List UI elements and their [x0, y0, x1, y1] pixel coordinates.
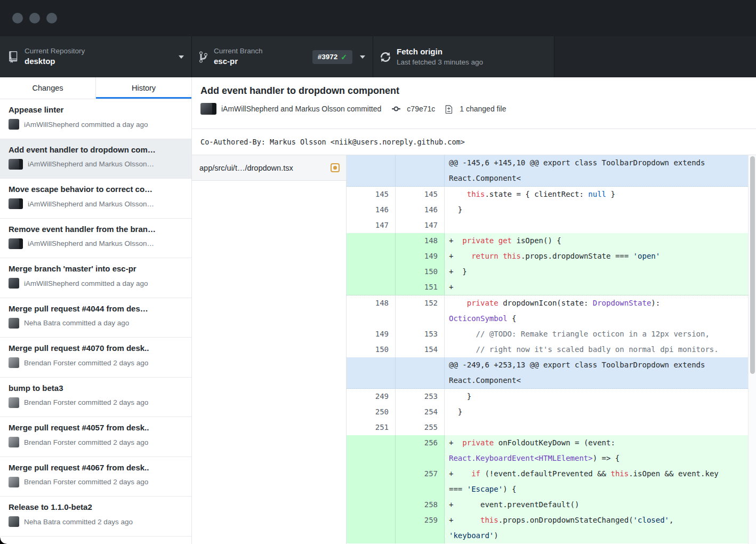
diff-line-number-new: 151 [396, 279, 445, 295]
diff-line-number-old [347, 513, 396, 543]
tab-label: History [132, 84, 156, 92]
commit-item-title: Remove event handler from the bran… [9, 225, 184, 234]
diff-line-number-old [347, 249, 396, 264]
diff-file-icon [445, 104, 454, 114]
diff-code-line: + private onFoldoutKeyDown = (event: Rea… [445, 435, 748, 466]
sync-icon [381, 51, 390, 63]
repo-icon [7, 51, 18, 63]
diff-line-number-new: 153 [396, 326, 445, 342]
commit-list-item[interactable]: Merge pull request #4044 from des…Neha B… [0, 298, 191, 338]
commit-item-title: Merge pull request #4044 from des… [9, 304, 184, 313]
diff-line-number-old: 147 [347, 218, 396, 233]
diff-line-number-old [347, 264, 396, 279]
check-icon: ✓ [341, 53, 347, 61]
commit-list-item[interactable]: Merge pull request #4053 from desk.. [0, 537, 191, 544]
diff-row: 250254 } [347, 404, 748, 420]
changed-files-count: 1 changed file [460, 105, 506, 113]
diff-line-number-new: 147 [396, 218, 445, 233]
commit-list-item[interactable]: Merge pull request #4067 from desk..Bren… [0, 457, 191, 497]
fetch-origin-button[interactable]: Fetch origin Last fetched 3 minutes ago [373, 36, 554, 77]
hunk-gutter-new [396, 357, 445, 388]
diff-code-line: + if (!event.defaultPrevented && this.is… [445, 466, 748, 497]
window-zoom-button[interactable] [46, 13, 57, 23]
hunk-gutter-new [396, 155, 445, 186]
pr-number: #3972 [318, 53, 338, 61]
diff-code-line: + private get isOpen() { [445, 233, 748, 249]
diff-line-number-new: 254 [396, 404, 445, 420]
commit-item-meta-text: Neha Batra committed a day ago [24, 319, 129, 327]
traffic-lights [12, 13, 57, 23]
hunk-gutter-old [347, 357, 396, 388]
commit-list-item[interactable]: Move escape behavior to correct co…iAmWi… [0, 179, 191, 219]
commit-list-item[interactable]: Add event handler to dropdown com…iAmWil… [0, 139, 191, 179]
tab-changes[interactable]: Changes [0, 77, 95, 99]
window-minimize-button[interactable] [29, 13, 40, 23]
diff-code-line: + return this.props.dropdownState === 'o… [445, 249, 748, 264]
diff-code-line: + event.preventDefault() [445, 497, 748, 513]
diff-line-number-new: 253 [396, 389, 445, 404]
commit-header: Add event handler to dropdown component … [192, 77, 756, 129]
commit-list-item[interactable]: Release to 1.1.0-beta2Neha Batra committ… [0, 497, 191, 537]
commit-item-meta-text: iAmWillShepherd committed a day ago [24, 121, 148, 129]
pair-avatar [200, 103, 216, 115]
diff-line-number-old [347, 279, 396, 295]
commit-item-title: Merge pull request #4070 from desk.. [9, 343, 184, 353]
pr-number-badge[interactable]: #3972 ✓ [312, 50, 352, 64]
diff-line-number-old [347, 497, 396, 513]
hunk-header-text: @@ -145,6 +145,10 @@ export class Toolba… [445, 155, 748, 186]
scrollbar-thumb[interactable] [750, 156, 755, 374]
diff-row: 148152 private dropdownIcon(state: Dropd… [347, 295, 748, 326]
diff-row: 149+ return this.props.dropdownState ===… [347, 249, 748, 264]
file-row[interactable]: app/src/ui/t…/dropdown.tsx [192, 155, 346, 181]
commit-list-item[interactable]: Merge pull request #4057 from desk..Bren… [0, 417, 191, 457]
branch-switcher-button[interactable]: Current Branch esc-pr #3972 ✓ [192, 36, 373, 77]
avatar [9, 397, 19, 408]
commit-sha: c79e71c [407, 105, 435, 113]
commit-list-item[interactable]: bump to beta3Brendan Forster committed 2… [0, 378, 191, 418]
window-corner [0, 538, 6, 544]
chevron-down-icon [179, 55, 184, 59]
diff-line-number-new: 152 [396, 295, 445, 326]
commit-item-meta-text: Brendan Forster committed 2 days ago [24, 398, 148, 406]
diff-row: 249253 } [347, 389, 748, 404]
diff-code-line: + this.props.onDropdownStateChanged('clo… [445, 513, 748, 543]
avatar [9, 516, 19, 527]
window-close-button[interactable] [12, 13, 23, 23]
fetch-title: Fetch origin [397, 46, 483, 57]
commit-item-title: Merge pull request #4053 from desk.. [9, 542, 184, 544]
diff-code-line: this.state = { clientRect: null } [445, 187, 748, 202]
repository-label: Current Repository [25, 46, 85, 56]
commit-item-title: Merge pull request #4067 from desk.. [9, 463, 184, 472]
diff-line-number-new: 146 [396, 202, 445, 218]
commit-item-meta: iAmWillShepherd committed a day ago [9, 278, 184, 289]
sidebar: ChangesHistory Appease linteriAmWillShep… [0, 77, 192, 544]
file-path: app/src/ui/t…/dropdown.tsx [199, 164, 293, 172]
diff-code-line: // right now it's scaled badly on normal… [445, 342, 748, 357]
diff-row: 147147 [347, 218, 748, 233]
diff-line-number-old: 250 [347, 404, 396, 420]
commit-item-meta: Brendan Forster committed 2 days ago [9, 357, 184, 368]
diff-line-number-new: 148 [396, 233, 445, 249]
avatar [9, 357, 19, 368]
diff-row: 258+ event.preventDefault() [347, 497, 748, 513]
commit-list-item[interactable]: Merge pull request #4070 from desk..Bren… [0, 338, 191, 378]
commit-item-meta-text: iAmWillShepherd and Markus Olsson… [28, 160, 154, 168]
commit-item-meta: Brendan Forster committed 2 days ago [9, 397, 184, 408]
repository-switcher-button[interactable]: Current Repository desktop [0, 36, 192, 77]
diff-line-number-new: 259 [396, 513, 445, 543]
commit-byline: iAmWillShepherd and Markus Olsson commit… [221, 105, 381, 113]
diff-line-number-old [347, 435, 396, 466]
avatar [9, 477, 19, 487]
avatar [9, 238, 19, 249]
diff-code-line: } [445, 404, 748, 420]
diff-view: @@ -145,6 +145,10 @@ export class Toolba… [347, 155, 756, 544]
commit-list-item[interactable]: Appease linteriAmWillShepherd committed … [0, 99, 191, 139]
commit-list-item[interactable]: Remove event handler from the bran…iAmWi… [0, 219, 191, 259]
tab-history[interactable]: History [95, 77, 191, 99]
commit-list: Appease linteriAmWillShepherd committed … [0, 99, 191, 544]
commit-list-item[interactable]: Merge branch 'master' into esc-priAmWill… [0, 258, 191, 298]
diff-row: 149153 // @TODO: Remake triangle octicon… [347, 326, 748, 342]
scrollbar[interactable] [748, 155, 756, 544]
commit-item-meta-text: Brendan Forster committed 2 days ago [24, 478, 148, 486]
diff-row: 151+ [347, 279, 748, 295]
